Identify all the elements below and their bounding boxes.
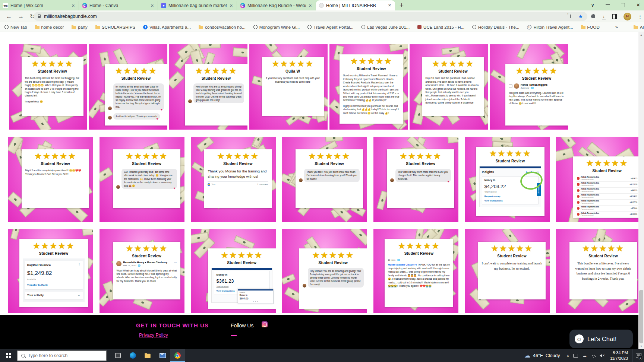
review-card: ★★★★★Student ReviewThis bundle was a lif…	[556, 229, 641, 313]
tab-close-icon[interactable]: ✕	[387, 3, 392, 8]
star-rating: ★★★★★	[25, 152, 85, 161]
review-body: Night 2 and I'm completely speechless!!!…	[25, 169, 85, 176]
total-received-link: Total received	[484, 191, 536, 194]
taskbar-icon-file-explorer[interactable]	[140, 349, 155, 362]
bookmark-label: FOOD	[587, 25, 600, 29]
share-icon[interactable]	[566, 15, 571, 18]
facebook-icon: f	[143, 25, 148, 29]
bookmark-item-11[interactable]: Holiday Deals - The...	[472, 25, 519, 29]
review-card: ★★★★★Quila WIf you have any questions an…	[249, 44, 328, 130]
scrollbar-thumb[interactable]	[639, 290, 643, 343]
notification-center-button[interactable]: 2	[632, 349, 644, 362]
scroll-up-arrow[interactable]: ▲	[638, 32, 644, 38]
money-bill-decoration	[8, 191, 23, 207]
lets-chat-widget[interactable]: ☺ Let's Chat!	[569, 330, 633, 348]
bookmark-item-5[interactable]: fVillas, Apartments a...	[143, 25, 191, 29]
browser-tab-5[interactable]: Home | MILLIONAIREBB✕	[316, 0, 395, 10]
taskbar-icon-chrome[interactable]	[170, 349, 185, 362]
tab-close-icon[interactable]: ✕	[150, 3, 155, 8]
tab-title: Millionaire bag bundle marketing	[168, 3, 227, 8]
browser-tab-1[interactable]: wixHome | Wix.com✕	[0, 1, 79, 10]
payment-text-block: Airbnb Payments Inc.Payment received	[581, 200, 599, 204]
browser-tab-3[interactable]: ♥Millionaire bag bundle marketing✕	[158, 1, 237, 10]
scrollbar[interactable]: ▲ ▼	[638, 32, 644, 349]
browser-tab-4[interactable]: CMillionaire Bag Bundle - Website✕	[237, 1, 316, 10]
side-panel-icon[interactable]	[612, 14, 617, 19]
bookmark-item-8[interactable]: Travel Agent Portal...	[307, 25, 353, 29]
bookmark-star-icon[interactable]: ★	[578, 13, 583, 19]
request-money-link: Request money	[484, 195, 536, 198]
money-in-amount: $361.23	[217, 278, 267, 285]
all-bookmarks-button[interactable]: All Bookmarks	[634, 25, 644, 29]
bookmark-item-12[interactable]: HHilton Travel Agent...	[527, 25, 573, 29]
review-title: Student Review	[388, 251, 450, 255]
payment-row: Airbnb Payments Inc.Payment received+$76…	[577, 206, 638, 212]
post-text: Wow! What can I say about Monae! She is …	[116, 269, 177, 283]
taskbar-icon-mail[interactable]	[155, 349, 170, 362]
bookmarks-overflow-button[interactable]: »	[615, 24, 618, 30]
tab-search-chevron-icon[interactable]: ∨	[591, 3, 595, 7]
bookmark-item-2[interactable]: home decor	[35, 25, 64, 29]
instagram-icon[interactable]	[262, 321, 268, 327]
bookmark-item-10[interactable]: UCE Land 2015 - H...	[417, 25, 464, 29]
bookmark-item-1[interactable]: New Tab	[4, 25, 27, 29]
weather-widget[interactable]: ☁ 46°F Cloudy	[524, 353, 560, 359]
bookmark-item-6[interactable]: condos/vacation ho...	[199, 25, 246, 29]
tab-close-icon[interactable]: ✕	[308, 3, 313, 8]
paypal-app-screenshot: PayPal Balance⋮$1,249.82AvailableTransfe…	[23, 258, 85, 302]
forward-button[interactable]: →	[18, 13, 24, 20]
review-paragraph: Highly recommended you purchase her cour…	[343, 104, 400, 115]
restore-button[interactable]	[621, 3, 625, 7]
scroll-down-arrow[interactable]: ▼	[638, 343, 644, 349]
taskbar-clock[interactable]: 8:34 PM 11/7/2023	[610, 350, 628, 361]
profile-avatar[interactable]: W	[624, 13, 631, 20]
extensions-icon[interactable]	[591, 15, 595, 18]
downloads-icon[interactable]: ↓	[602, 14, 606, 19]
onedrive-icon[interactable]: ☁	[582, 353, 587, 358]
bookmark-item-13[interactable]: FOOD	[581, 25, 600, 29]
chat-bubble: Hey Monae! You are so amazing and giving…	[308, 268, 364, 288]
taskbar-icon-task-view[interactable]	[110, 349, 125, 362]
total-received-link: Total received	[217, 285, 267, 288]
view-transactions-link: View transactions	[484, 199, 536, 202]
chat-message-row: Im looking at this email and flyer class…	[108, 83, 164, 110]
new-tab-button[interactable]: +	[400, 1, 404, 9]
address-bar[interactable]: millionairebagbundle.com ★	[34, 12, 587, 21]
tab-close-icon[interactable]: ✕	[71, 3, 76, 8]
review-panel: ★★★★★Student ReviewAirbnb Payments Inc.P…	[573, 156, 641, 218]
browser-tab-2[interactable]: CHome - Canva✕	[79, 1, 158, 10]
volume-muted-icon[interactable]: ✕	[600, 354, 605, 357]
browser-menu-icon[interactable]: ⋮	[638, 14, 643, 19]
taskbar-search-input[interactable]: Type here to search	[17, 350, 107, 361]
review-panel: ★★★★★Student Review10 mins · 🌐Monae Stew…	[385, 239, 454, 307]
wifi-icon[interactable]	[591, 354, 596, 358]
cast-screen-icon[interactable]	[573, 354, 578, 358]
review-panel: ★★★★★Student ReviewGM. I started yesterd…	[113, 149, 180, 208]
minimize-button[interactable]	[606, 4, 610, 5]
close-window-button[interactable]: ✕	[636, 3, 640, 7]
globe-icon	[472, 25, 476, 29]
bookmark-item-4[interactable]: SCHOLARSHIPS	[95, 25, 135, 29]
review-body: Thank you too!!! You just don't know how…	[299, 169, 359, 182]
privacy-policy-link[interactable]: Privacy Policy	[139, 333, 168, 338]
payment-amount: +$214.67	[629, 195, 637, 198]
review-card: ★★★★★Student ReviewThis boot camp class …	[9, 44, 87, 130]
bookmark-item-3[interactable]: party	[72, 25, 88, 29]
review-panel: ★★★★★Student ReviewMoney in$361.23Total …	[208, 248, 276, 309]
your-activity-row: Your activity→	[25, 292, 83, 299]
tab-close-icon[interactable]: ✕	[229, 3, 234, 8]
payment-app-icon	[577, 183, 580, 186]
bookmark-item-9[interactable]: Las Vegas June 201...	[361, 25, 410, 29]
review-body: Airbnb Payments Inc.Payment received+$64…	[577, 176, 638, 218]
bookmark-item-7[interactable]: Monogram Wine Gl...	[253, 25, 300, 29]
taskbar-icon-edge[interactable]	[125, 349, 140, 362]
star-rating: ★★★★★	[23, 242, 85, 250]
tray-hidden-icons-chevron[interactable]: ∧	[567, 354, 569, 358]
payment-row: Airbnb Payments Inc.Payment received+$12…	[577, 182, 638, 188]
folder-icon	[95, 26, 100, 29]
back-button[interactable]: ←	[6, 13, 12, 20]
money-bill-decoration	[82, 229, 93, 236]
start-button[interactable]	[0, 349, 17, 362]
kebab-menu-icon: ⋮	[78, 263, 80, 267]
post-author-name: Renee Tamica Higgins	[521, 83, 547, 86]
